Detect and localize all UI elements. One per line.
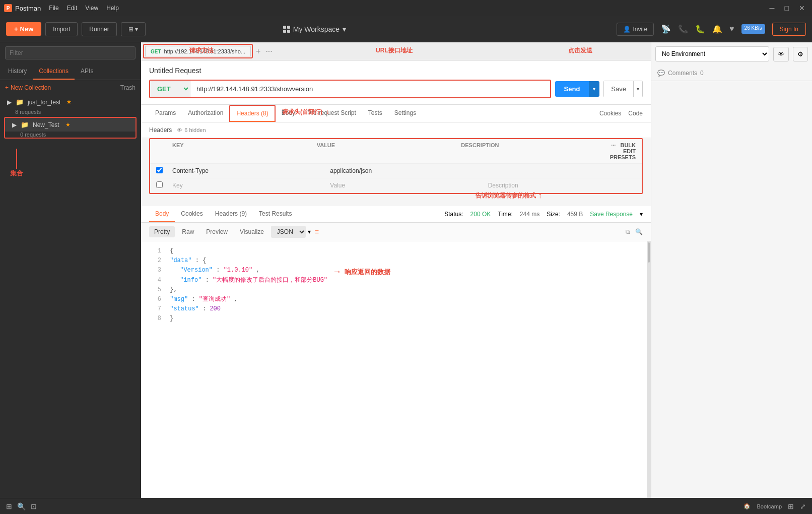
- request-area: Untitled Request 请求方法 URL接口地址 点击发送 GET: [141, 60, 651, 105]
- key-cell-empty[interactable]: Key: [168, 182, 326, 189]
- value-cell[interactable]: application/json: [326, 167, 484, 174]
- statusbar-icons: ⊞ 🔍 ⊡: [6, 502, 37, 510]
- workspace-selector[interactable]: My Workspace ▾: [283, 25, 346, 33]
- format-type-select[interactable]: JSON: [271, 226, 306, 238]
- workspace-name: My Workspace: [293, 25, 340, 33]
- search-input[interactable]: [5, 46, 136, 59]
- minimize-button[interactable]: ─: [767, 3, 778, 13]
- invite-button[interactable]: 👤 Invite: [617, 23, 654, 36]
- comments-icon: 💬: [657, 70, 665, 77]
- format-visualize-button[interactable]: Visualize: [235, 226, 269, 237]
- save-response-dropdown[interactable]: ▾: [640, 211, 643, 218]
- send-dropdown-button[interactable]: ▾: [589, 81, 599, 97]
- request-subtabs: Params Authorization Headers (8) Body Pr…: [141, 105, 651, 122]
- value-column-header: VALUE: [313, 142, 457, 160]
- import-button[interactable]: Import: [45, 22, 78, 36]
- layout-button[interactable]: ⊞ ▾: [121, 22, 146, 36]
- search-icon[interactable]: 🔍: [635, 228, 643, 235]
- tab-collections[interactable]: Collections: [33, 63, 75, 80]
- trash-button[interactable]: Trash: [120, 84, 136, 91]
- sidebar-search-container: [0, 42, 141, 63]
- save-button[interactable]: Save: [603, 81, 634, 97]
- bootcamp-button[interactable]: Bootcamp: [757, 503, 782, 509]
- response-tab-body[interactable]: Body: [149, 206, 175, 222]
- format-dropdown-icon[interactable]: ▾: [308, 228, 311, 235]
- json-line-5: 5 },: [149, 285, 639, 295]
- cookies-link[interactable]: Cookies: [599, 110, 621, 117]
- presets-button[interactable]: Presets: [610, 154, 636, 160]
- key-cell[interactable]: Content-Type: [168, 167, 326, 174]
- copy-icon[interactable]: ⧉: [626, 228, 630, 235]
- console-icon[interactable]: ⊡: [31, 502, 37, 510]
- format-annotation: 告诉浏览器传参的格式 ↑: [476, 191, 542, 200]
- format-raw-button[interactable]: Raw: [177, 226, 199, 237]
- environment-eye-button[interactable]: 👁: [773, 47, 789, 61]
- json-line-7: 7 "status" : 200: [149, 304, 639, 314]
- format-icon[interactable]: ≡: [315, 228, 319, 236]
- maximize-button[interactable]: □: [782, 3, 792, 13]
- bug-icon[interactable]: 🐛: [695, 24, 705, 34]
- save-response-button[interactable]: Save Response: [590, 211, 633, 218]
- environment-settings-button[interactable]: ⚙: [793, 47, 808, 61]
- response-tab-cookies[interactable]: Cookies: [175, 206, 209, 222]
- invite-icon: 👤: [623, 26, 631, 33]
- format-pretty-button[interactable]: Pretty: [149, 226, 175, 237]
- heart-icon[interactable]: ♥: [729, 24, 734, 34]
- response-format-bar: Pretty Raw Preview Visualize JSON ▾ ≡ ⧉ …: [141, 223, 651, 241]
- more-options-icon[interactable]: ···: [611, 142, 616, 148]
- method-select[interactable]: GET: [150, 81, 190, 97]
- collection-name: just_for_test: [28, 99, 60, 106]
- row-checkbox[interactable]: [156, 167, 163, 173]
- response-area: Body Cookies Headers (9) Test Results St…: [141, 206, 651, 498]
- satellite-icon[interactable]: 📡: [661, 24, 671, 34]
- tab-history[interactable]: History: [2, 63, 33, 80]
- collections-list: ▶ 📁 just_for_test ★ 8 requests ▶ 📁 New_T…: [0, 95, 141, 178]
- collection-item[interactable]: ▶ 📁 just_for_test ★: [0, 95, 141, 109]
- phone-icon[interactable]: 📞: [678, 24, 688, 34]
- new-collection-button[interactable]: + New Collection: [5, 84, 51, 91]
- environment-bar: No Environment 👁 ⚙: [651, 42, 812, 66]
- subtab-settings[interactable]: Settings: [388, 105, 422, 121]
- more-tabs-button[interactable]: ···: [263, 47, 274, 56]
- sign-in-button[interactable]: Sign In: [772, 23, 806, 36]
- save-dropdown-button[interactable]: ▾: [634, 81, 643, 97]
- subtab-authorization[interactable]: Authorization: [182, 105, 229, 121]
- fullscreen-icon[interactable]: ⤢: [800, 502, 806, 510]
- menu-view[interactable]: View: [85, 5, 98, 12]
- response-tab-test[interactable]: Test Results: [253, 206, 298, 222]
- new-button[interactable]: + New: [6, 22, 41, 36]
- scrollbar[interactable]: [647, 241, 651, 498]
- url-input[interactable]: [190, 81, 550, 97]
- response-tab-headers[interactable]: Headers (9): [209, 206, 253, 222]
- headers-section: Headers 👁 6 hidden: [141, 122, 651, 138]
- format-preview-button[interactable]: Preview: [201, 226, 233, 237]
- status-value: 200 OK: [470, 211, 491, 218]
- subtab-headers[interactable]: Headers (8): [229, 105, 275, 122]
- search-status-icon[interactable]: 🔍: [17, 502, 26, 510]
- workspace-dropdown-icon: ▾: [343, 25, 346, 33]
- environment-select[interactable]: No Environment: [655, 46, 769, 61]
- sidebar-toggle-icon[interactable]: ⊞: [6, 502, 12, 510]
- close-button[interactable]: ✕: [796, 3, 808, 13]
- bell-icon[interactable]: 🔔: [712, 24, 722, 34]
- comments-label: Comments: [668, 70, 697, 77]
- row-checkbox-empty[interactable]: [156, 181, 163, 188]
- send-button[interactable]: Send: [555, 81, 589, 97]
- menu-edit[interactable]: Edit: [67, 5, 78, 12]
- value-cell-empty[interactable]: Value: [326, 182, 484, 189]
- add-tab-button[interactable]: +: [254, 47, 262, 56]
- runner-button[interactable]: Runner: [82, 22, 116, 36]
- bulk-edit-button[interactable]: Bulk Edit: [620, 142, 636, 154]
- code-link[interactable]: Code: [628, 110, 643, 117]
- layout-icon[interactable]: ⊞: [788, 502, 794, 510]
- menu-file[interactable]: File: [49, 5, 58, 12]
- subtab-tests[interactable]: Tests: [362, 105, 388, 121]
- subtab-params[interactable]: Params: [149, 105, 182, 121]
- collection-item-highlighted[interactable]: ▶ 📁 New_Test ★: [5, 118, 136, 132]
- tab-apis[interactable]: APIs: [75, 63, 99, 80]
- menu-help[interactable]: Help: [106, 5, 119, 12]
- window-controls: ─ □ ✕: [767, 3, 808, 13]
- check-column-header: [150, 142, 168, 160]
- request-name[interactable]: Untitled Request: [149, 67, 201, 75]
- request-tab[interactable]: GET http://192.144.148.91:2333/sho...: [145, 46, 251, 56]
